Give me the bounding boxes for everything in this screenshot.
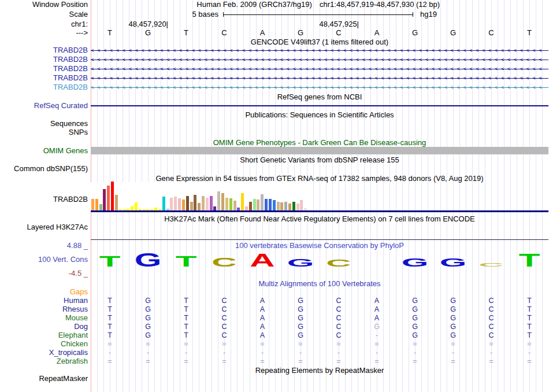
- gencode-transcript-item[interactable]: <<<<<<<<<<<<<<<<<<<<<<<<<<<<<<<<<<<<<<<<…: [91, 75, 548, 82]
- gencode-transcript-label[interactable]: TRABD2B: [0, 74, 88, 82]
- gtex-tissue-bar[interactable]: [277, 202, 280, 210]
- conservation-letter: T: [176, 253, 197, 267]
- gtex-tissue-bar[interactable]: [292, 202, 295, 210]
- gencode-track-title: GENCODE V49lift37 (1 items filtered out): [91, 38, 548, 46]
- gencode-transcript-item[interactable]: <<<<<<<<<<<<<<<<<<<<<<<<<<<<<<<<<<<<<<<<…: [91, 65, 548, 72]
- multiz-base: =: [260, 357, 264, 365]
- multiz-species-label[interactable]: Chicken: [0, 340, 88, 348]
- multiz-base: -: [414, 349, 416, 357]
- gtex-tissue-bar[interactable]: [233, 201, 236, 210]
- multiz-base: T: [184, 314, 188, 322]
- gtex-tissue-bar[interactable]: [221, 193, 224, 210]
- gencode-transcript-label[interactable]: TRABD2B: [0, 65, 88, 73]
- gtex-gene-label[interactable]: TRABD2B: [0, 195, 88, 204]
- gencode-transcript-item[interactable]: <<<<<<<<<<<<<<<<<<<<<<<<<<<<<<<<<<<<<<<<…: [91, 84, 548, 91]
- conservation-letter: A: [250, 250, 274, 267]
- refseq-curated-label[interactable]: RefSeq Curated: [0, 102, 88, 110]
- multiz-base: G: [412, 305, 418, 313]
- gtex-tissue-bar[interactable]: [257, 199, 259, 210]
- multiz-species-label[interactable]: Human: [0, 297, 88, 305]
- multiz-base: T: [184, 323, 188, 331]
- gtex-tissue-bar[interactable]: [194, 195, 196, 210]
- multiz-base: -: [223, 349, 225, 357]
- omim-genes-label[interactable]: OMIM Genes: [0, 147, 88, 155]
- gtex-tissue-bar[interactable]: [170, 198, 173, 210]
- gtex-tissue-bar[interactable]: [115, 195, 118, 210]
- sequences-label[interactable]: Sequences: [0, 120, 88, 128]
- vert-cons-label[interactable]: 100 Vert. Cons: [0, 256, 88, 264]
- multiz-base: G: [450, 323, 456, 331]
- multiz-species-label[interactable]: Elephant: [0, 331, 88, 339]
- gtex-tissue-bar[interactable]: [91, 199, 94, 210]
- multiz-base: T: [107, 323, 112, 331]
- repeatmasker-label[interactable]: RepeatMasker: [0, 375, 88, 383]
- gtex-baseline: [91, 210, 548, 212]
- multiz-base: =: [107, 340, 112, 348]
- multiz-species-label[interactable]: X_tropicalis: [0, 349, 88, 357]
- publications-track-title: Publications: Sequences in Scientific Ar…: [91, 111, 548, 119]
- omim-gene-item[interactable]: [91, 147, 548, 154]
- gencode-transcript-label[interactable]: TRABD2B: [0, 83, 88, 91]
- ruler-base: G: [298, 29, 303, 37]
- gtex-tissue-bar[interactable]: [95, 199, 98, 210]
- gencode-transcript-item[interactable]: <<<<<<<<<<<<<<<<<<<<<<<<<<<<<<<<<<<<<<<<…: [91, 56, 548, 63]
- conservation-letter: T: [519, 250, 540, 267]
- multiz-base: =: [451, 357, 455, 365]
- gencode-transcript-item[interactable]: <<<<<<<<<<<<<<<<<<<<<<<<<<<<<<<<<<<<<<<<…: [91, 47, 548, 54]
- refseq-track-title: RefSeq genes from NCBI: [91, 93, 548, 101]
- gtex-tissue-bar[interactable]: [206, 198, 209, 210]
- gtex-tissue-bar[interactable]: [210, 196, 213, 210]
- multiz-base: =: [336, 340, 340, 348]
- common-dbsnp-label[interactable]: Common dbSNP(155): [0, 165, 88, 173]
- gtex-tissue-bar[interactable]: [107, 186, 110, 210]
- ruler-base: G: [412, 29, 418, 37]
- gtex-tissue-bar[interactable]: [131, 206, 133, 210]
- gtex-tissue-bar[interactable]: [217, 191, 220, 210]
- gtex-tissue-bar[interactable]: [280, 202, 283, 210]
- gtex-tissue-bar[interactable]: [241, 193, 244, 210]
- gencode-transcript-label[interactable]: TRABD2B: [0, 56, 88, 64]
- multiz-species-label[interactable]: Dog: [0, 323, 88, 331]
- gtex-tissue-bar[interactable]: [245, 206, 248, 210]
- ruler-base: C: [221, 29, 227, 37]
- window-position-label: Window Position: [0, 1, 88, 9]
- multiz-base: G: [298, 297, 303, 305]
- multiz-base: T: [184, 305, 188, 313]
- gtex-tissue-bar[interactable]: [213, 206, 216, 210]
- gtex-tissue-bar[interactable]: [182, 199, 185, 210]
- gtex-tissue-bar[interactable]: [202, 196, 205, 210]
- gtex-tissue-bar[interactable]: [265, 199, 268, 210]
- gtex-tissue-bar[interactable]: [300, 200, 303, 210]
- gtex-tissue-bar[interactable]: [284, 202, 287, 210]
- gtex-tissue-bar[interactable]: [198, 203, 201, 210]
- gtex-tissue-bar[interactable]: [229, 198, 232, 210]
- snps-label[interactable]: SNPs: [0, 128, 88, 136]
- gtex-tissue-bar[interactable]: [135, 202, 138, 210]
- conservation-logo[interactable]: TGTCAGCGGCT: [91, 248, 548, 267]
- gtex-tissue-bar[interactable]: [99, 204, 102, 210]
- multiz-species-label[interactable]: Zebrafish: [0, 357, 88, 365]
- gtex-tissue-bar[interactable]: [111, 182, 114, 210]
- gtex-tissue-bar[interactable]: [288, 204, 291, 210]
- gtex-tissue-bar[interactable]: [186, 196, 189, 210]
- gtex-tissue-bar[interactable]: [273, 200, 276, 210]
- refseq-curated-item[interactable]: [91, 105, 548, 106]
- gtex-tissue-bar[interactable]: [269, 199, 272, 210]
- gtex-tissue-bar[interactable]: [174, 197, 177, 210]
- gencode-transcript-label[interactable]: TRABD2B: [0, 46, 88, 54]
- gtex-tissue-bar[interactable]: [103, 189, 106, 210]
- multiz-base: T: [527, 297, 532, 305]
- gtex-tissue-bar[interactable]: [249, 202, 252, 210]
- gtex-tissue-bar[interactable]: [296, 204, 299, 210]
- gtex-tissue-bar[interactable]: [162, 197, 165, 210]
- gtex-tissue-bar[interactable]: [190, 202, 193, 210]
- gtex-tissue-bar[interactable]: [225, 198, 228, 210]
- multiz-species-label[interactable]: Rhesus: [0, 305, 88, 313]
- layered-h3k27ac-label[interactable]: Layered H3K27Ac: [0, 223, 88, 231]
- gtex-tissue-bar[interactable]: [261, 194, 264, 210]
- gtex-tissue-bar[interactable]: [253, 199, 256, 210]
- multiz-base: =: [374, 340, 379, 348]
- multiz-base: =: [374, 357, 379, 365]
- gtex-tissue-bar[interactable]: [178, 198, 181, 210]
- multiz-species-label[interactable]: Mouse: [0, 314, 88, 322]
